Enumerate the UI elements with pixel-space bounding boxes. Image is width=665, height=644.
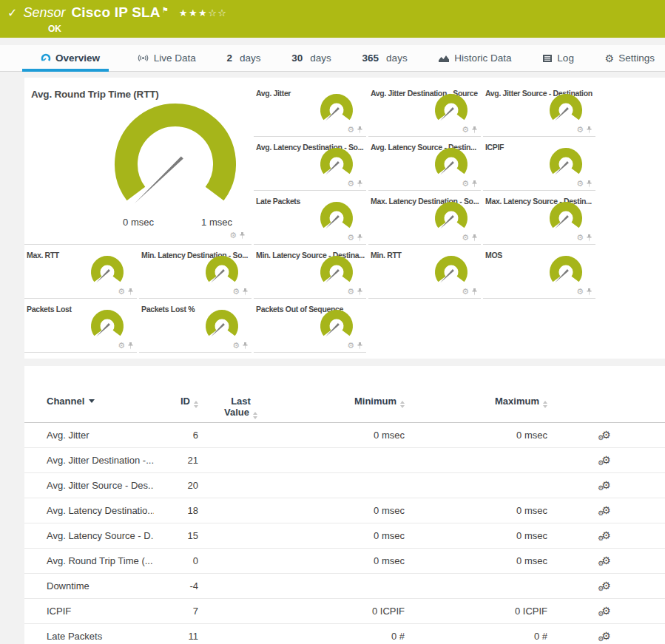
- gauge-title: Late Packets: [256, 197, 300, 206]
- channel-minimum: [283, 473, 405, 498]
- tab-number: 2: [227, 52, 233, 64]
- sorted-desc-icon: [89, 399, 95, 403]
- tab-live-data[interactable]: Live Data: [134, 45, 199, 71]
- gear-icon[interactable]: ⚙: [232, 288, 240, 296]
- channel-name: Downtime: [24, 574, 154, 599]
- gear-icon[interactable]: ⚙: [347, 288, 354, 296]
- channel-settings-gears-icon[interactable]: ⚙⚙: [601, 530, 611, 540]
- tab-settings[interactable]: ⚙ Settings: [602, 45, 658, 71]
- gear-icon[interactable]: ⚙: [118, 342, 125, 350]
- pin-icon[interactable]: [471, 126, 478, 134]
- channel-settings-gears-icon[interactable]: ⚙⚙: [601, 505, 611, 515]
- gear-icon[interactable]: ⚙: [232, 342, 240, 350]
- channel-name: Avg. Round Trip Time (...: [24, 549, 154, 574]
- column-header-last-value[interactable]: Last Value: [198, 396, 283, 423]
- table-row: Downtime -4 ⚙⚙: [24, 574, 665, 599]
- table-row: Avg. Round Trip Time (... 0 0 msec 0 mse…: [24, 549, 665, 574]
- gear-icon[interactable]: ⚙: [576, 180, 584, 188]
- tab-label: days: [386, 52, 408, 64]
- gauge-cell: Min. Latency Source - Destina... ⚙: [254, 245, 366, 299]
- gauge-dial: [433, 146, 469, 181]
- tab-historic-data[interactable]: Historic Data: [435, 45, 514, 71]
- tab-overview[interactable]: Overview: [22, 45, 109, 71]
- column-header-maximum[interactable]: Maximum: [405, 396, 547, 423]
- gear-icon[interactable]: ⚙: [576, 234, 584, 242]
- gear-icon[interactable]: ⚙: [347, 234, 354, 242]
- pin-icon[interactable]: [357, 126, 363, 134]
- gear-icon[interactable]: ⚙: [462, 234, 469, 242]
- tab-365-days[interactable]: 365 days: [359, 45, 411, 71]
- gear-icon[interactable]: ⚙: [347, 180, 354, 188]
- sensor-tabbar: Overview Live Data 2 days 30 days 365 da…: [0, 45, 665, 72]
- gear-icon[interactable]: ⚙: [576, 126, 584, 134]
- channel-maximum: 0 msec: [405, 498, 547, 523]
- channel-maximum: [405, 574, 547, 599]
- channel-settings-gears-icon[interactable]: ⚙⚙: [601, 580, 611, 591]
- gauge-dial: [433, 92, 469, 127]
- channel-minimum: 0 ICPIF: [283, 599, 405, 624]
- gear-icon[interactable]: ⚙: [462, 180, 469, 188]
- tab-number: 30: [291, 52, 303, 64]
- pin-icon[interactable]: [586, 126, 593, 134]
- pin-icon[interactable]: [471, 180, 478, 188]
- sort-icon: [194, 401, 198, 408]
- column-header-id[interactable]: ID: [154, 396, 198, 423]
- gauge-dial: [319, 254, 354, 289]
- gear-icon[interactable]: ⚙: [462, 288, 469, 296]
- column-header-channel[interactable]: Channel: [24, 396, 154, 423]
- channel-settings-gears-icon[interactable]: ⚙⚙: [601, 555, 611, 566]
- gear-icon[interactable]: ⚙: [576, 288, 584, 296]
- pin-icon[interactable]: [242, 342, 249, 350]
- column-header-minimum[interactable]: Minimum: [283, 396, 405, 423]
- gear-icon[interactable]: ⚙: [347, 342, 354, 350]
- pin-icon[interactable]: [127, 342, 134, 350]
- pin-icon[interactable]: [357, 180, 363, 188]
- pin-icon[interactable]: [127, 288, 134, 296]
- tab-label: days: [310, 52, 331, 64]
- pin-icon[interactable]: [471, 288, 478, 296]
- gauge-dial: [433, 200, 469, 235]
- gauge-cell: Max. RTT ⚙: [24, 245, 137, 299]
- channel-settings-gears-icon[interactable]: ⚙⚙: [601, 430, 611, 440]
- channel-settings-gears-icon[interactable]: ⚙⚙: [601, 606, 611, 616]
- table-row: Avg. Jitter 6 0 msec 0 msec ⚙⚙: [24, 423, 665, 448]
- channel-last-value: [198, 423, 283, 448]
- pin-icon[interactable]: [471, 234, 478, 242]
- gauge-title: Max. RTT: [27, 251, 59, 260]
- gauge-title: Avg. Round Trip Time (RTT): [31, 89, 159, 100]
- tab-label: Log: [557, 52, 574, 64]
- column-header-actions: [547, 396, 665, 423]
- channel-settings-gears-icon[interactable]: ⚙⚙: [601, 480, 611, 490]
- tab-2-days[interactable]: 2 days: [224, 45, 264, 71]
- gear-icon[interactable]: ⚙: [118, 288, 125, 296]
- channel-settings-gears-icon[interactable]: ⚙⚙: [601, 455, 611, 465]
- log-list-icon: [542, 54, 553, 63]
- channel-id: 0: [154, 549, 198, 574]
- gauge-dial: [204, 254, 240, 289]
- pin-icon[interactable]: [239, 232, 246, 240]
- gear-icon[interactable]: ⚙: [229, 231, 237, 240]
- tab-log[interactable]: Log: [539, 45, 577, 71]
- pin-icon[interactable]: [357, 234, 363, 242]
- gauge-title: Avg. Jitter: [256, 89, 291, 98]
- priority-flag-icon[interactable]: ⚑: [162, 6, 169, 14]
- pin-icon[interactable]: [586, 234, 593, 242]
- gauge-cell: Avg. Jitter Source - Destination ⚙: [483, 83, 595, 137]
- pin-icon[interactable]: [242, 288, 249, 296]
- channel-settings-gears-icon[interactable]: ⚙⚙: [601, 631, 611, 641]
- tab-30-days[interactable]: 30 days: [288, 45, 334, 71]
- prtg-sensor-page: ✓ Sensor Cisco IP SLA ⚑ ★★★☆☆ OK Overvie…: [0, 0, 665, 644]
- gauge-dial: [319, 308, 354, 343]
- pin-icon[interactable]: [586, 288, 593, 296]
- pin-icon[interactable]: [586, 180, 593, 188]
- channel-last-value: [198, 599, 283, 624]
- gear-icon[interactable]: ⚙: [462, 126, 469, 134]
- gear-icon[interactable]: ⚙: [347, 126, 354, 134]
- channel-maximum: [405, 473, 547, 498]
- live-broadcast-icon: [137, 53, 149, 63]
- pin-icon[interactable]: [357, 342, 363, 350]
- pin-icon[interactable]: [357, 288, 363, 296]
- gauge-cell: Min. Latency Destination - So... ⚙: [139, 245, 252, 299]
- channel-name: Avg. Jitter Source - Des...: [24, 473, 154, 498]
- priority-stars[interactable]: ★★★☆☆: [179, 7, 228, 18]
